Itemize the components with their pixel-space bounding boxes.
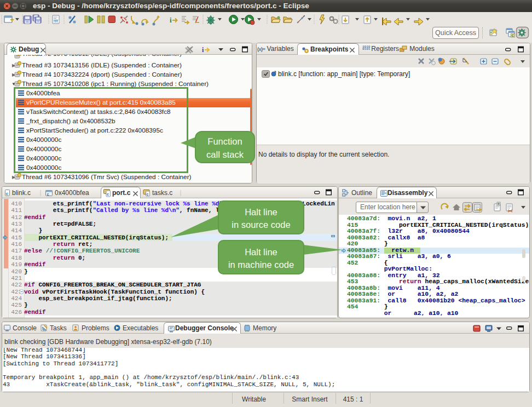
svg-text:c: c xyxy=(107,192,109,197)
svg-text:C: C xyxy=(512,34,514,37)
svg-text:c: c xyxy=(147,192,149,197)
svg-text:010: 010 xyxy=(54,20,59,24)
svg-text:c: c xyxy=(47,192,49,197)
svg-text:i: i xyxy=(170,16,172,24)
svg-text:c: c xyxy=(6,191,9,196)
svg-text:i: i xyxy=(202,46,204,54)
